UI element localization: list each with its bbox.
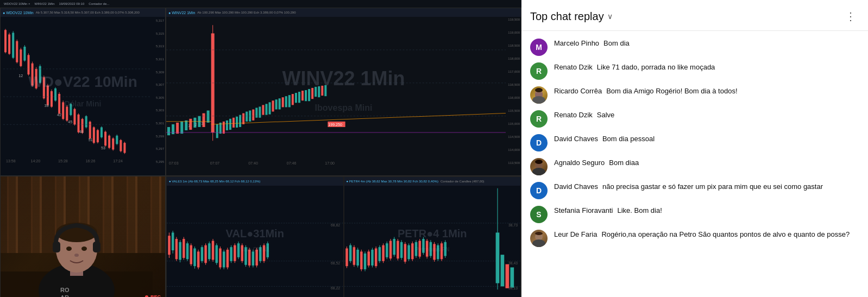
chat-panel: Top chat replay ∨ ⋮ M Marcelo Pinho Bom …	[521, 0, 868, 297]
svg-rect-102	[252, 109, 254, 120]
svg-text:199.250: 199.250	[328, 123, 342, 127]
svg-text:07:07: 07:07	[210, 161, 220, 166]
svg-rect-79	[167, 127, 170, 135]
svg-rect-151	[93, 242, 100, 252]
author-stefania: Stefania Fioravanti	[554, 206, 613, 214]
avatar-marcelo: M	[530, 39, 548, 56]
nav-contador: Contador de...	[87, 2, 111, 6]
svg-text:53: 53	[101, 146, 105, 150]
svg-point-298	[535, 88, 543, 92]
svg-text:07:03: 07:03	[169, 161, 179, 166]
svg-text:48: 48	[79, 130, 84, 134]
chat-messages-list: M Marcelo Pinho Bom dia R Renato Dzik Li…	[521, 31, 868, 297]
nav-date: 19/09/2022 09:10	[58, 2, 86, 6]
author-leur: Leur De Faria	[554, 230, 597, 238]
svg-text:AR: AR	[60, 294, 69, 297]
nav-item-1[interactable]: WDOV22 10Min ×	[2, 2, 32, 6]
nav-item-2[interactable]: WINV22 1Min	[33, 2, 56, 6]
svg-rect-120	[311, 88, 313, 99]
svg-text:16:26: 16:26	[86, 159, 96, 163]
svg-text:07:40: 07:40	[248, 161, 258, 166]
webcam-area: RO AR REC	[1, 176, 165, 297]
svg-rect-297	[535, 93, 543, 97]
text-6: Bom diaa	[609, 158, 639, 168]
video-area: WDOV22 10Min × WINV22 1Min 19/09/2022 09…	[0, 0, 521, 297]
chart-wdo-header: ● WDOV22 10Min Ab 5.307,50 Máx 5.318,50 …	[1, 8, 165, 17]
chat-message-9: Leur De Faria Rogério,na operação na Pet…	[521, 226, 868, 250]
text-1: Bom dia	[603, 39, 630, 48]
chat-message-8: S Stefania Fioravanti Like. Bom dia!	[521, 203, 868, 226]
rec-label: REC	[150, 294, 161, 297]
chart-win: ● WINV22 1Min Ab 100.290 Máx 100.290 Mín…	[166, 8, 521, 176]
svg-point-147	[66, 247, 72, 251]
svg-text:17:00: 17:00	[325, 161, 335, 166]
svg-text:2: 2	[194, 123, 197, 127]
chat-message-2: R Renato Dzik Like 71 dado, porrada no l…	[521, 59, 868, 83]
svg-point-301	[535, 160, 543, 164]
svg-point-148	[81, 247, 87, 251]
chat-message-1: M Marcelo Pinho Bom dia	[521, 35, 868, 59]
chart-wdo: ● WDOV22 10Min Ab 5.307,50 Máx 5.318,50 …	[0, 8, 166, 176]
svg-text:68,82: 68,82	[331, 223, 340, 227]
candles-wdo: 13:58 14:20 15:28 16:26 17:24 12 39	[3, 19, 152, 163]
svg-rect-106	[265, 104, 267, 115]
author-renato-2: Renato Dzik	[554, 111, 593, 119]
avatar-david-1: D	[530, 134, 548, 151]
svg-text:45: 45	[68, 120, 72, 124]
svg-text:42: 42	[57, 113, 61, 117]
text-4: Salve	[597, 110, 615, 120]
svg-rect-118	[305, 90, 307, 101]
svg-text:68,22: 68,22	[331, 286, 340, 290]
message-content-3: Ricardo Corrêa Bom dia Amigo Rogério! Bo…	[554, 86, 859, 96]
svg-rect-91	[216, 124, 218, 138]
author-david-2: David Chaves	[554, 182, 598, 191]
svg-rect-93	[223, 122, 225, 134]
presenter-svg: RO AR	[1, 195, 153, 297]
chart-bottom-right: ● VALE3 1m (Ab 68,73 Máx 68,25 Mín 68,12…	[166, 176, 521, 297]
svg-rect-96	[232, 118, 235, 128]
svg-rect-109	[275, 99, 278, 109]
svg-text:15:28: 15:28	[58, 159, 68, 163]
svg-rect-83	[185, 121, 187, 130]
more-options-button[interactable]: ⋮	[842, 8, 859, 25]
svg-rect-281	[495, 232, 499, 283]
author-ricardo: Ricardo Corrêa	[554, 87, 602, 95]
author-david-1: David Chaves	[554, 135, 598, 143]
svg-rect-82	[180, 122, 183, 134]
svg-rect-99	[242, 113, 244, 124]
avatar-ricardo	[530, 86, 548, 104]
svg-rect-95	[229, 119, 231, 130]
chart-win-header: ● WINV22 1Min Ab 100.290 Máx 100.290 Mín…	[166, 8, 521, 17]
svg-rect-282	[500, 255, 504, 286]
vale-chart-svg: 23:29 35:32 36:32 38:32 46:42 68,82 68,5…	[167, 185, 343, 297]
svg-rect-117	[301, 91, 304, 100]
chat-header: Top chat replay ∨ ⋮	[521, 0, 868, 31]
svg-rect-111	[282, 97, 284, 107]
svg-rect-283	[505, 264, 509, 288]
svg-rect-121	[315, 87, 317, 97]
svg-text:39: 39	[45, 104, 49, 108]
svg-rect-108	[272, 100, 274, 111]
chat-message-3: Ricardo Corrêa Bom dia Amigo Rogério! Bo…	[521, 83, 868, 107]
text-2: Like 71 dado, porrada no like moçada	[597, 62, 715, 72]
svg-point-302	[532, 168, 545, 175]
avatar-david-2: D	[530, 182, 548, 199]
svg-rect-105	[262, 105, 264, 115]
chevron-down-icon[interactable]: ∨	[607, 12, 613, 21]
chart-vale-header: ● VALE3 1m (Ab 68,73 Máx 68,25 Mín 68,12…	[167, 177, 343, 186]
svg-rect-103	[255, 108, 257, 117]
message-content-9: Leur De Faria Rogério,na operação na Pet…	[554, 230, 859, 239]
svg-text:1: 1	[188, 124, 190, 128]
message-content-6: Agnaldo Seguro Bom diaa	[554, 158, 859, 168]
svg-rect-115	[295, 93, 297, 103]
chart-petr-header: ● PETR4 4m (Ab 38,62 Max 30,78 Mín 30,82…	[344, 177, 521, 186]
text-7: não precisa gastar e só fazer um pix par…	[602, 182, 823, 192]
message-content-5: David Chaves Bom dia pessoal	[554, 134, 859, 144]
svg-rect-97	[236, 117, 238, 128]
webcam: RO AR REC	[0, 176, 166, 297]
avatar-renato-1: R	[530, 62, 548, 80]
text-5: Bom dia pessoal	[602, 134, 655, 144]
svg-text:17:24: 17:24	[113, 159, 123, 163]
author-renato-1: Renato Dzik	[554, 63, 593, 71]
message-content-7: David Chaves não precisa gastar e só faz…	[554, 182, 859, 192]
